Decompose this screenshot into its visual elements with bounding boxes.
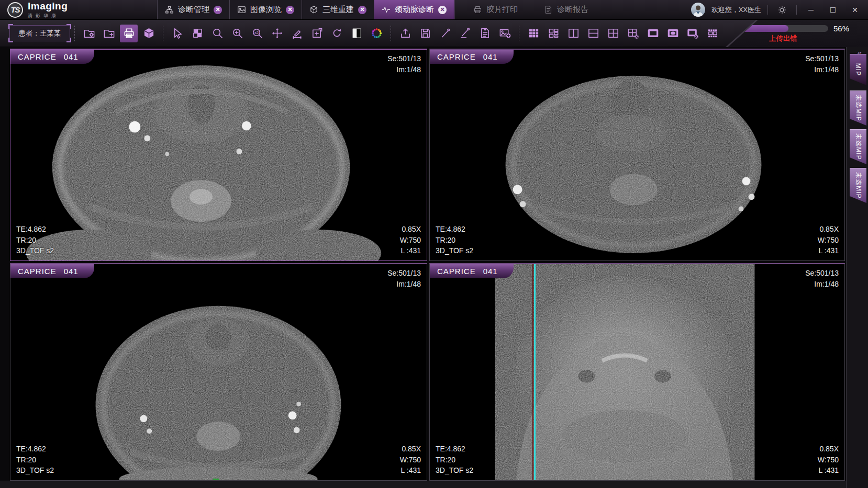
tab-diagnosis-report[interactable]: 诊断报告 xyxy=(537,0,596,19)
report-icon xyxy=(544,5,553,14)
tab-label: 三维重建 xyxy=(322,5,354,15)
rotate-refresh-icon[interactable] xyxy=(328,25,346,42)
series-number: 041 xyxy=(64,267,79,276)
upload-progress-percent: 56% xyxy=(833,24,849,33)
series-tab[interactable]: CAPRICE 041 xyxy=(430,264,514,278)
save-icon[interactable] xyxy=(416,25,434,42)
grid-close-icon[interactable] xyxy=(624,25,642,42)
acquisition-info-overlay: TE:4.862TR:203D_TOF s2 xyxy=(436,444,473,476)
grid-2x2-icon[interactable] xyxy=(604,25,622,42)
series-info-overlay: Se:501/13Im:1/48 xyxy=(387,268,421,289)
measure-icon[interactable] xyxy=(288,25,306,42)
close-tab-icon[interactable]: ✕ xyxy=(286,6,294,14)
tab-label: 诊断报告 xyxy=(557,5,588,15)
series-info-overlay: Se:501/13Im:1/48 xyxy=(805,268,839,289)
acquisition-info-overlay: TE:4.862TR:203D_TOF s2 xyxy=(436,224,473,256)
tab-diagnosis-management[interactable]: 诊断管理 ✕ xyxy=(157,0,230,19)
series-tab[interactable]: CAPRICE 041 xyxy=(430,50,514,64)
toolbar-right-inner: 56% 上传出错 xyxy=(727,20,868,47)
acquisition-info-overlay: TE:4.862TR:203D_TOF s2 xyxy=(16,224,54,256)
split-vertical-icon[interactable] xyxy=(564,25,582,42)
roi-ellipse-icon[interactable] xyxy=(664,25,682,42)
brand-name: Imaging xyxy=(28,1,68,12)
person-icon xyxy=(691,3,705,17)
block-layout-icon[interactable] xyxy=(544,25,562,42)
mri-axial-image-1 xyxy=(10,50,427,261)
report-document-icon[interactable] xyxy=(476,25,494,42)
upload-icon[interactable] xyxy=(396,25,414,42)
sidebar-tab-label: 未选MIP xyxy=(854,133,863,160)
close-tab-icon[interactable]: ✕ xyxy=(438,6,447,14)
open-study-settings-icon[interactable] xyxy=(80,25,98,42)
patient-field[interactable]: 患者：王某某 xyxy=(9,25,70,41)
viewport-panel-3[interactable]: CAPRICE 041 Se:501/13Im:1/48 TE:4.862TR:… xyxy=(10,263,427,481)
series-tab[interactable]: CAPRICE 041 xyxy=(10,264,94,278)
welcome-text: 欢迎您，XX医生 xyxy=(711,5,761,15)
sidebar-tab-unselected-mip-2[interactable]: 未选MIP xyxy=(850,129,866,164)
zoom-2x-icon[interactable]: x2 xyxy=(248,25,266,42)
tab-label: 诊断管理 xyxy=(178,5,209,15)
tab-carotid-diagnosis[interactable]: 颈动脉诊断 ✕ xyxy=(374,0,454,19)
brand-tagline: 清影华康 xyxy=(28,13,68,19)
close-tab-icon[interactable]: ✕ xyxy=(358,6,366,14)
roi-remove-icon[interactable] xyxy=(684,25,702,42)
tab-label: 图像浏览 xyxy=(250,5,282,15)
series-tab[interactable]: CAPRICE 041 xyxy=(10,50,94,64)
minimize-button[interactable]: ─ xyxy=(803,4,819,16)
series-number: 041 xyxy=(483,52,498,61)
series-number: 041 xyxy=(483,267,498,276)
split-horizontal-icon[interactable] xyxy=(584,25,602,42)
window-info-overlay: 0.85XW:750L :431 xyxy=(818,224,839,256)
tab-image-browse[interactable]: 图像浏览 ✕ xyxy=(230,0,302,19)
printer-icon xyxy=(473,5,482,14)
image-export-icon[interactable] xyxy=(496,25,514,42)
device-name: CAPRICE xyxy=(18,267,57,276)
cursor-select-icon[interactable] xyxy=(169,25,186,42)
sitemap-icon xyxy=(165,5,174,14)
window-info-overlay: 0.85XW:750L :431 xyxy=(400,444,421,476)
separator xyxy=(796,5,797,15)
maximize-button[interactable]: ☐ xyxy=(825,4,841,16)
sidebar-tab-unselected-mip-1[interactable]: 未选MIP xyxy=(850,90,866,126)
patient-label: 患者：王某某 xyxy=(19,29,61,38)
sidebar-tab-unselected-mip-3[interactable]: 未选MIP xyxy=(850,168,866,203)
main-toolbar: 患者：王某某 x2 xyxy=(0,20,868,47)
pseudo-color-icon[interactable] xyxy=(368,25,385,42)
upload-error-text[interactable]: 上传出错 xyxy=(738,34,828,43)
reference-line[interactable] xyxy=(534,264,536,480)
series-number: 041 xyxy=(64,52,79,61)
print-tool-icon[interactable] xyxy=(120,25,138,42)
roi-rectangle-icon[interactable] xyxy=(644,25,662,42)
filmstrip-icon[interactable] xyxy=(704,25,721,42)
volume-3d-icon[interactable] xyxy=(140,25,158,42)
bottom-edge-strip xyxy=(0,481,846,488)
sidebar-tab-mip[interactable]: MIP xyxy=(850,54,866,85)
device-name: CAPRICE xyxy=(18,52,57,61)
open-study-add-icon[interactable] xyxy=(100,25,118,42)
zoom-in-icon[interactable] xyxy=(228,25,246,42)
separator xyxy=(767,5,768,15)
close-tab-icon[interactable]: ✕ xyxy=(214,6,222,14)
settings-gear-icon[interactable] xyxy=(774,4,790,16)
user-avatar[interactable] xyxy=(691,3,705,17)
window-level-contrast-icon[interactable] xyxy=(348,25,365,42)
tab-label: 颈动脉诊断 xyxy=(395,5,434,15)
annotation-add-icon[interactable] xyxy=(308,25,326,42)
image-icon xyxy=(237,5,246,14)
series-info-overlay: Se:501/13Im:1/48 xyxy=(387,53,421,75)
tab-film-print[interactable]: 胶片打印 xyxy=(466,0,525,19)
cube-icon xyxy=(309,5,318,14)
mip-sidebar: « MIP 未选MIP 未选MIP 未选MIP xyxy=(846,47,868,488)
probe-baseline-icon[interactable] xyxy=(456,25,474,42)
magnify-icon[interactable] xyxy=(208,25,226,42)
tab-3d-reconstruction[interactable]: 三维重建 ✕ xyxy=(302,0,374,19)
grid-layout-icon[interactable] xyxy=(525,25,542,42)
close-window-button[interactable]: ✕ xyxy=(847,4,863,16)
viewport-panel-4[interactable]: CAPRICE 041 Se:501/13Im:1/48 TE:4.862TR:… xyxy=(429,263,845,481)
window-info-overlay: 0.85XW:750L :431 xyxy=(818,444,839,476)
pan-icon[interactable] xyxy=(268,25,286,42)
probe-icon[interactable] xyxy=(436,25,454,42)
viewport-panel-1[interactable]: CAPRICE 041 Se:501/13Im:1/48 TE:4.862TR:… xyxy=(10,49,427,261)
tile-compare-icon[interactable] xyxy=(188,25,206,42)
viewport-panel-2[interactable]: CAPRICE 041 Se:501/13Im:1/48 TE:4.862TR:… xyxy=(429,49,845,261)
